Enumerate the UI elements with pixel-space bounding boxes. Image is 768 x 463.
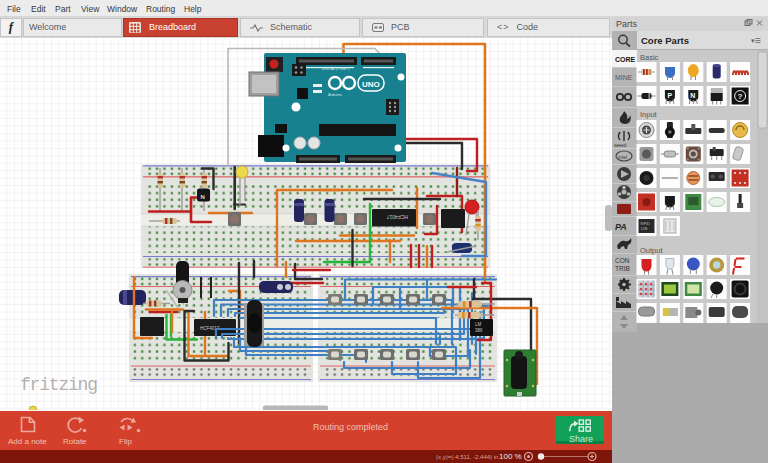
svg-text:Core Parts: Core Parts [641, 35, 689, 46]
svg-text:Parts: Parts [616, 19, 638, 29]
svg-text:Output: Output [640, 246, 663, 255]
svg-text:CORE: CORE [615, 56, 636, 63]
svg-text:?: ? [738, 92, 743, 101]
svg-text:DIGITAL (PWM~): DIGITAL (PWM~) [322, 67, 349, 71]
svg-text:seeed: seeed [614, 143, 627, 148]
svg-text:386: 386 [475, 328, 483, 333]
svg-text:intel: intel [618, 154, 627, 160]
svg-text:CON: CON [615, 257, 630, 264]
svg-text:PA: PA [615, 222, 627, 232]
svg-text:Arduino: Arduino [328, 92, 343, 97]
svg-text:UNO: UNO [362, 80, 380, 89]
svg-text:MINE: MINE [615, 74, 633, 81]
svg-text:HCF4017: HCF4017 [386, 214, 408, 220]
svg-text:▾☰: ▾☰ [751, 37, 761, 44]
svg-text:TRIB: TRIB [615, 265, 630, 272]
svg-text:P: P [667, 92, 672, 99]
svg-text:LM: LM [475, 322, 482, 327]
svg-text:fritzing: fritzing [20, 375, 97, 395]
svg-text:Input: Input [640, 110, 658, 119]
svg-text:12E: 12E [641, 226, 648, 231]
svg-text:N: N [201, 194, 205, 200]
svg-text:N: N [690, 92, 695, 99]
svg-text:Basic: Basic [640, 53, 659, 62]
